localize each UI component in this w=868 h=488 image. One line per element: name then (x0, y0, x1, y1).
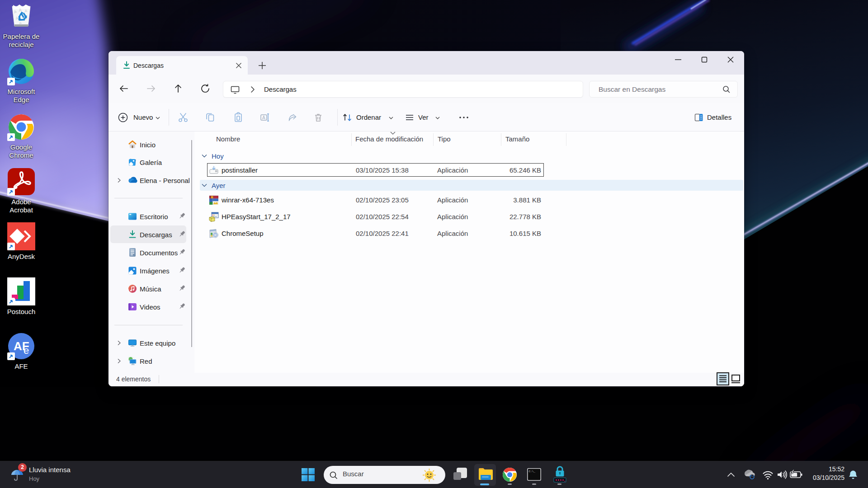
svg-text:A: A (262, 115, 265, 120)
svg-text:e: e (24, 345, 29, 356)
svg-text:C:\_: C:\_ (529, 470, 536, 473)
